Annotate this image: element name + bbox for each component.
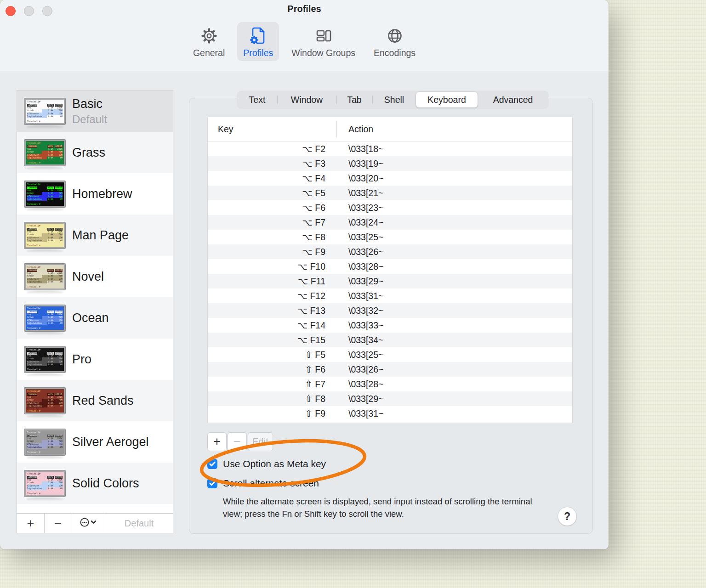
key-cell: ⌥ F14	[208, 320, 336, 331]
profile-label: Silver Aerogel	[72, 435, 149, 449]
action-cell: \033[28~	[336, 379, 383, 390]
scroll-alternate-screen-row: Scroll alternate screen	[207, 478, 319, 489]
scroll-alternate-screen-label: Scroll alternate screen	[223, 478, 319, 489]
key-mapping-row[interactable]: ⌥ F2 \033[18~	[208, 141, 572, 156]
profile-name: Solid Colors	[72, 476, 139, 491]
profile-name: Grass	[72, 146, 105, 160]
tab-shell[interactable]: Shell	[372, 91, 416, 108]
profile-row-grass[interactable]: Terminal1# COMMAND%CPURPRVT top4.1%231K …	[17, 132, 173, 173]
column-divider[interactable]	[336, 121, 337, 137]
action-cell: \033[33~	[336, 320, 383, 331]
key-cell: ⌥ F2	[208, 144, 336, 154]
add-profile-button[interactable]: +	[17, 514, 45, 533]
key-mapping-row[interactable]: ⇧ F7 \033[28~	[208, 377, 572, 391]
profile-row-man-page[interactable]: Terminal1# COMMAND%CPURPRVT top4.1%231K …	[17, 215, 173, 256]
profile-label: Red Sands	[72, 394, 134, 408]
profile-row-red-sands[interactable]: Terminal1# COMMAND%CPURPRVT top4.1%231K …	[17, 380, 173, 421]
key-mapping-row[interactable]: ⇧ F5 \033[25~	[208, 347, 572, 362]
column-header-action[interactable]: Action	[348, 124, 373, 135]
profile-label: Grass	[72, 146, 105, 160]
table-header: Key Action	[208, 117, 572, 141]
profile-row-solid-colors[interactable]: Terminal1# COMMAND%CPURPRVT top4.1%231K …	[17, 463, 173, 504]
action-cell: \033[29~	[336, 276, 383, 287]
profile-thumbnail: Terminal1# COMMAND%CPURPRVT top4.1%231K …	[24, 140, 65, 166]
key-cell: ⌥ F15	[208, 335, 336, 345]
profile-name: Ocean	[72, 311, 109, 325]
key-mapping-row[interactable]: ⌥ F14 \033[33~	[208, 318, 572, 333]
action-cell: \033[28~	[336, 261, 383, 272]
action-cell: \033[31~	[336, 408, 383, 419]
action-cell: \033[21~	[336, 188, 383, 198]
remove-key-button[interactable]: −	[228, 432, 247, 451]
action-cell: \033[24~	[336, 217, 383, 228]
toolbar-item-profiles[interactable]: Profiles	[237, 22, 279, 61]
tab-advanced[interactable]: Advanced	[478, 91, 548, 108]
terminal-preferences-window: Profiles Gen	[0, 0, 609, 549]
key-cell: ⌥ F6	[208, 203, 336, 213]
toolbar-label-window-groups: Window Groups	[291, 48, 355, 58]
ellipsis-circle-icon	[80, 516, 98, 531]
profile-row-silver-aerogel[interactable]: Terminal1# COMMAND%CPURPRVT top4.1%231K …	[17, 421, 173, 463]
profile-row-ocean[interactable]: Terminal1# COMMAND%CPURPRVT top4.1%231K …	[17, 297, 173, 339]
scroll-alternate-screen-checkbox[interactable]	[207, 478, 217, 488]
profile-name: Red Sands	[72, 394, 134, 408]
edit-key-button[interactable]: Edit	[248, 432, 273, 451]
add-key-button[interactable]: +	[207, 432, 227, 451]
table-body: ⌥ F2 \033[18~ ⌥ F3 \033[19~ ⌥ F4 \033[20…	[208, 141, 572, 421]
action-cell: \033[29~	[336, 394, 383, 404]
action-cell: \033[18~	[336, 144, 383, 154]
tab-text[interactable]: Text	[237, 91, 277, 108]
key-cell: ⇧ F6	[208, 364, 336, 375]
key-mapping-row[interactable]: ⌥ F9 \033[26~	[208, 244, 572, 259]
key-mapping-row[interactable]: ⌥ F12 \033[31~	[208, 288, 572, 303]
key-mapping-row[interactable]: ⌥ F3 \033[19~	[208, 156, 572, 171]
key-mapping-row[interactable]: ⌥ F6 \033[23~	[208, 200, 572, 215]
tab-tab[interactable]: Tab	[336, 91, 372, 108]
profile-label: Basic Default	[72, 97, 107, 126]
toolbar-label-general: General	[193, 48, 225, 58]
key-mapping-row[interactable]: ⌥ F5 \033[21~	[208, 186, 572, 200]
tab-window[interactable]: Window	[277, 91, 336, 108]
toolbar-item-general[interactable]: General	[187, 22, 231, 61]
profile-thumbnail: Terminal1# COMMAND%CPURPRVT top4.1%231K …	[24, 264, 65, 290]
toolbar-label-profiles: Profiles	[243, 48, 273, 58]
tab-keyboard[interactable]: Keyboard	[416, 92, 478, 107]
profile-label: Man Page	[72, 228, 129, 243]
profile-thumbnail: Terminal1# COMMAND%CPURPRVT top4.1%231K …	[24, 98, 65, 124]
profile-tabs: TextWindowTabShellKeyboardAdvanced	[237, 91, 548, 108]
key-mapping-row[interactable]: ⌥ F7 \033[24~	[208, 215, 572, 230]
key-mapping-row[interactable]: ⌥ F13 \033[32~	[208, 303, 572, 318]
profile-thumbnail: Terminal1# COMMAND%CPURPRVT top4.1%231K …	[24, 181, 65, 207]
key-cell: ⌥ F3	[208, 158, 336, 169]
profile-label: Homebrew	[72, 187, 132, 201]
profile-row-pro[interactable]: Terminal1# COMMAND%CPURPRVT top4.1%231K …	[17, 339, 173, 380]
key-mapping-buttons: + − Edit	[207, 432, 273, 451]
key-mapping-row[interactable]: ⌥ F8 \033[25~	[208, 230, 572, 244]
toolbar-item-window-groups[interactable]: Window Groups	[285, 22, 361, 61]
action-cell: \033[20~	[336, 173, 383, 184]
profile-row-basic[interactable]: Terminal1# COMMAND%CPURPRVT top4.1%231K …	[17, 90, 173, 132]
key-mapping-row[interactable]: ⌥ F15 \033[34~	[208, 333, 572, 347]
toolbar-item-encodings[interactable]: Encodings	[368, 22, 421, 61]
use-option-as-meta-key-checkbox[interactable]	[207, 459, 217, 469]
key-mapping-row[interactable]: ⇧ F6 \033[26~	[208, 362, 572, 377]
key-mapping-row[interactable]: ⇧ F9 \033[31~	[208, 406, 572, 421]
key-cell: ⌥ F9	[208, 247, 336, 257]
gear-icon	[199, 25, 220, 46]
key-mapping-row[interactable]: ⌥ F11 \033[29~	[208, 274, 572, 288]
profile-actions-menu-button[interactable]	[72, 514, 105, 533]
key-mapping-row[interactable]: ⌥ F10 \033[28~	[208, 259, 572, 274]
profile-row-homebrew[interactable]: Terminal1# COMMAND%CPURPRVT top4.1%231K …	[17, 173, 173, 215]
action-cell: \033[26~	[336, 247, 383, 257]
key-mapping-row[interactable]: ⇧ F8 \033[29~	[208, 391, 572, 406]
globe-icon	[384, 25, 405, 46]
profile-list-footer: + − Default	[17, 513, 173, 533]
remove-profile-button[interactable]: −	[45, 514, 72, 533]
profile-name: Pro	[72, 352, 91, 367]
key-mapping-row[interactable]: ⌥ F4 \033[20~	[208, 171, 572, 186]
column-header-key[interactable]: Key	[208, 124, 233, 135]
key-cell: ⌥ F4	[208, 173, 336, 184]
set-default-button[interactable]: Default	[105, 514, 173, 533]
profile-row-novel[interactable]: Terminal1# COMMAND%CPURPRVT top4.1%231K …	[17, 256, 173, 297]
help-button[interactable]: ?	[558, 507, 576, 526]
